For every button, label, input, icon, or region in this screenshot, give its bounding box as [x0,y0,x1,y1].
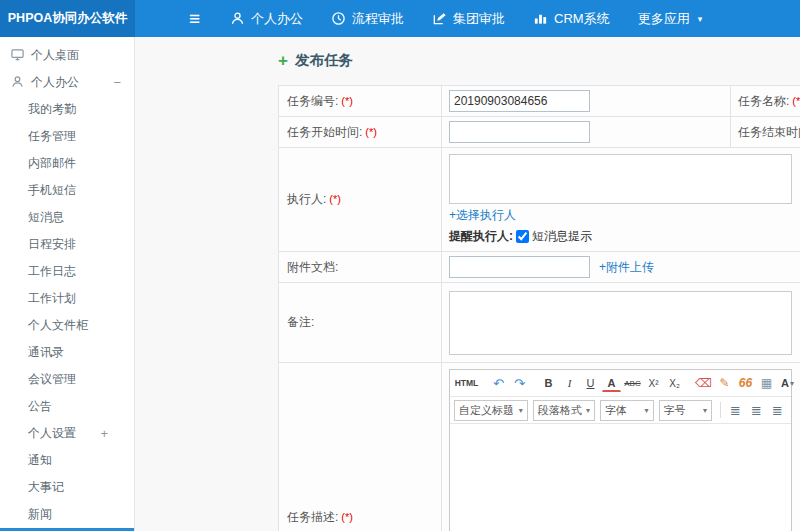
form-row-description: 任务描述:(*) HTML ↶ ↷ B I U A [279,363,800,531]
align-center-icon[interactable]: ≣ [747,401,766,420]
blockquote-button[interactable]: 66 [736,374,755,393]
paragraph-format-select[interactable]: 段落格式▾ [533,400,595,421]
sidebar-item-label: 通讯录 [28,344,64,361]
nav-process-approval[interactable]: 流程审批 [331,10,404,28]
sidebar-item-label: 公告 [28,398,52,415]
sidebar-item-major-events[interactable]: 大事记 [0,474,134,501]
eraser-icon[interactable]: ⌫ [694,374,713,393]
required-mark: (*) [329,193,341,205]
sidebar-item-label: 新闻 [28,506,52,523]
required-mark: (*) [365,126,377,138]
rich-text-editor: HTML ↶ ↷ B I U A ABC X² X₂ [449,369,792,531]
editor-toolbar-row1: HTML ↶ ↷ B I U A ABC X² X₂ [450,370,791,397]
form-row-task-number: 任务编号:(*) 任务名称:(*) [279,86,800,117]
caret-down-icon: ▾ [698,14,703,24]
sidebar-item-label: 日程安排 [28,236,76,253]
remark-textarea[interactable] [449,291,792,355]
select-executor-link[interactable]: +选择执行人 [449,208,516,222]
sms-remind-checkbox[interactable] [516,230,529,243]
bold-button[interactable]: B [539,374,558,393]
attachment-input[interactable] [449,256,590,278]
sidebar-item-label: 个人设置 [28,425,76,442]
executor-label: 执行人: [287,192,326,206]
sidebar-item-personal-settings[interactable]: 个人设置 + [0,420,134,447]
description-label: 任务描述: [287,510,338,524]
sidebar-item-label: 工作日志 [28,263,76,280]
font-color-glyph: A [781,377,789,389]
nav-label: 个人办公 [251,10,303,28]
sidebar-item-label: 个人文件柜 [28,317,88,334]
task-number-input[interactable] [449,90,590,112]
nav-label: 流程审批 [352,10,404,28]
sidebar-item-short-message[interactable]: 短消息 [0,204,134,231]
page-header: + 发布任务 [278,51,800,70]
sidebar-item-work-plan[interactable]: 工作计划 [0,285,134,312]
superscript-button[interactable]: X² [644,374,663,393]
sidebar-item-label: 个人办公 [31,74,79,91]
sidebar-item-notification[interactable]: 通知 [0,447,134,474]
expand-icon[interactable]: + [100,426,108,441]
format-painter-icon[interactable]: ✎ [715,374,734,393]
align-right-icon[interactable]: ≣ [768,401,787,420]
form-row-attachment: 附件文档: +附件上传 [279,252,800,283]
app-logo: PHPOA协同办公软件 [0,0,135,37]
underline-button[interactable]: U [581,374,600,393]
sidebar-item-label: 内部邮件 [28,155,76,172]
sidebar-item-personal-file-cabinet[interactable]: 个人文件柜 [0,312,134,339]
nav-label: CRM系统 [554,10,610,28]
collapse-icon[interactable]: − [113,75,121,90]
sidebar-item-my-attendance[interactable]: 我的考勤 [0,96,134,123]
caret-down-icon: ▾ [645,406,649,415]
task-number-label: 任务编号: [287,94,338,108]
sidebar-item-contacts[interactable]: 通讯录 [0,339,134,366]
executor-textarea[interactable] [449,154,792,204]
dropdown-label: 字体 [605,403,627,418]
start-time-input[interactable] [449,121,590,143]
sidebar-item-label: 通知 [28,452,52,469]
desktop-icon [11,48,24,64]
main-content: + 发布任务 任务编号:(*) 任务名称:(*) 任务开始时间:(*) [135,37,800,531]
nav-more-apps[interactable]: 更多应用 ▾ [638,10,703,28]
sidebar-item-news[interactable]: 新闻 [0,501,134,528]
strikethrough-button[interactable]: ABC [623,374,642,393]
undo-icon[interactable]: ↶ [489,374,508,393]
font-family-select[interactable]: 字体▾ [600,400,654,421]
remark-label: 备注: [287,315,314,329]
nav-personal-office[interactable]: 个人办公 [230,10,303,28]
html-source-button[interactable]: HTML [454,374,479,393]
sidebar-item-meeting-management[interactable]: 会议管理 [0,366,134,393]
sidebar-item-internal-mail[interactable]: 内部邮件 [0,150,134,177]
font-color-button[interactable]: A▾ [778,374,797,393]
nav-crm-system[interactable]: CRM系统 [533,10,610,28]
sidebar-item-announcement[interactable]: 公告 [0,393,134,420]
sidebar-item-label: 短消息 [28,209,64,226]
add-icon: + [278,52,288,69]
user-icon [11,75,24,91]
form-row-remark: 备注: [279,283,800,363]
attachment-upload-link[interactable]: +附件上传 [599,259,654,276]
italic-button[interactable]: I [560,374,579,393]
sidebar-item-mobile-sms[interactable]: 手机短信 [0,177,134,204]
sidebar-item-work-log[interactable]: 工作日志 [0,258,134,285]
heading-select[interactable]: 自定义标题▾ [454,400,528,421]
publish-task-form: 任务编号:(*) 任务名称:(*) 任务开始时间:(*) [278,85,800,531]
sidebar-item-label: 我的考勤 [28,101,76,118]
sidebar-item-label: 会议管理 [28,371,76,388]
sidebar-item-schedule[interactable]: 日程安排 [0,231,134,258]
nav-group-approval[interactable]: 集团审批 [432,10,505,28]
align-left-icon[interactable]: ≣ [726,401,745,420]
sidebar-item-personal-office[interactable]: 个人办公 − [0,69,134,96]
subscript-button[interactable]: X₂ [665,374,684,393]
start-time-label: 任务开始时间: [287,125,362,139]
menu-toggle-icon[interactable]: ≡ [189,9,200,28]
clock-icon [331,11,346,26]
sidebar-item-task-management[interactable]: 任务管理 [0,123,134,150]
font-style-button[interactable]: A [602,375,621,392]
task-name-label: 任务名称: [738,94,789,108]
table-icon[interactable]: ▦ [757,374,776,393]
sidebar-item-personal-desktop[interactable]: 个人桌面 [0,42,134,69]
form-row-time: 任务开始时间:(*) 任务结束时间:(*) [279,117,800,148]
redo-icon[interactable]: ↷ [510,374,529,393]
font-size-select[interactable]: 字号▾ [659,400,713,421]
editor-content-area[interactable] [450,424,791,531]
